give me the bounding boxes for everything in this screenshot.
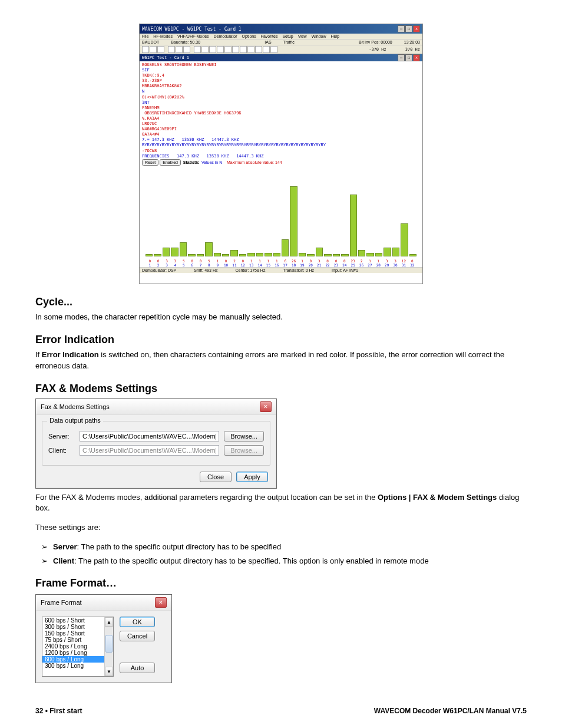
chart-bar: [307, 254, 314, 256]
menu-hf[interactable]: HF-Modes: [153, 34, 173, 38]
close-icon[interactable]: ✕: [260, 401, 272, 412]
heading-error: Error Indication: [35, 334, 527, 346]
fax-paragraph-2: These settings are:: [35, 522, 527, 533]
error-paragraph: If Error Indication is switched on, then…: [35, 350, 527, 372]
info-mode: BAUDOT: [142, 40, 159, 44]
menu-fav[interactable]: Favorites: [261, 34, 278, 38]
scroll-up-icon[interactable]: ▲: [105, 617, 113, 627]
toolbar-button[interactable]: [201, 46, 209, 53]
doc-min[interactable]: –: [398, 54, 405, 61]
terminal-output: BOGSELSS SROSTI0ONEW BOSEYHNEISIFTKDK(:9…: [140, 61, 422, 158]
page-number: 32 • First start: [35, 707, 82, 715]
toolbar-button[interactable]: [209, 46, 216, 53]
list-item[interactable]: 300 bps / Short: [42, 624, 113, 630]
chart-bar: [358, 250, 365, 256]
doc-max[interactable]: ☐: [405, 54, 412, 61]
toolbar-button[interactable]: [240, 46, 247, 53]
close-button[interactable]: ×: [413, 25, 420, 32]
reset-button[interactable]: Reset: [142, 159, 158, 166]
list-item[interactable]: 75 bps / Short: [42, 637, 113, 643]
menu-file[interactable]: File: [142, 34, 148, 38]
list-item[interactable]: 150 bps / Short: [42, 630, 113, 637]
chart-bar: [222, 254, 229, 256]
toolbar-button[interactable]: [176, 46, 183, 53]
server-label: Server:: [48, 433, 75, 440]
enabled-button[interactable]: Enabled: [160, 159, 181, 166]
chart-bar: [384, 248, 391, 257]
chart-bar: [154, 254, 161, 256]
toolbar-button[interactable]: [142, 46, 149, 53]
maximize-button[interactable]: ☐: [405, 25, 412, 32]
menu-window[interactable]: Window: [312, 34, 326, 38]
doc-titlebar: W61PC Test - Card 1 – ☐ ×: [140, 54, 422, 61]
menu-help[interactable]: Help: [330, 34, 339, 38]
frame-format-dialog: Frame Format ✕ 600 bps / Short300 bps / …: [35, 594, 172, 683]
close-button[interactable]: Close: [200, 472, 232, 482]
close-icon[interactable]: ✕: [155, 597, 167, 608]
toolbar-button[interactable]: [263, 46, 270, 53]
list-item[interactable]: 600 bps / Long: [42, 656, 113, 663]
dialog-title: Fax & Modems Settings: [41, 403, 110, 410]
info-ias: IAS: [265, 40, 271, 44]
scroll-down-icon[interactable]: ▼: [105, 667, 113, 676]
server-browse-button[interactable]: Browse...: [224, 431, 264, 442]
chart-bar: [299, 253, 306, 257]
info-sync: Bit Inv Pos: 00000: [359, 40, 392, 44]
menubar[interactable]: File HF-Modes VHF/UHF-Modes Demodulator …: [140, 34, 422, 39]
toolbar-button[interactable]: [255, 46, 262, 53]
fax-paragraph-1: For the FAX & Modems modes, additional p…: [35, 492, 527, 515]
doc-close[interactable]: ×: [413, 54, 420, 61]
list-item[interactable]: 600 bps / Short: [42, 617, 113, 624]
toolbar-button[interactable]: [194, 46, 201, 53]
chart-bar: [163, 248, 170, 257]
list-item: Server: The path to the specific output …: [53, 542, 527, 552]
chart-bar: [197, 254, 204, 256]
toolbar-button[interactable]: [224, 46, 232, 53]
toolbar-button[interactable]: [157, 46, 164, 53]
chart-bar: [265, 253, 272, 257]
info-time: 13:28:03: [404, 40, 420, 44]
toolbar[interactable]: -370 Hz 370 Hz: [140, 45, 422, 54]
chart-bar: [366, 253, 373, 257]
app-window: WAVECOM W61PC - W61PC Test - Card 1 – ☐ …: [139, 24, 423, 284]
menu-vhf[interactable]: VHF/UHF-Modes: [177, 34, 209, 38]
client-browse-button: Browse...: [224, 445, 264, 456]
menu-view[interactable]: View: [298, 34, 307, 38]
chart-bar: [188, 254, 195, 256]
apply-button[interactable]: Apply: [236, 472, 268, 482]
fax-dialog: Fax & Modems Settings ✕ Data output path…: [35, 398, 277, 489]
chart-bar: [239, 254, 246, 256]
menu-setup[interactable]: Setup: [282, 34, 293, 38]
heading-cycle: Cycle...: [35, 296, 527, 308]
scrollbar[interactable]: ▲ ▼: [104, 617, 113, 676]
group-label: Data output paths: [47, 417, 103, 424]
cancel-button[interactable]: Cancel: [120, 631, 155, 641]
frame-format-listbox[interactable]: 600 bps / Short300 bps / Short150 bps / …: [42, 617, 114, 677]
window-title: WAVECOM W61PC - W61PC Test - Card 1: [142, 27, 242, 32]
toolbar-button[interactable]: [217, 46, 224, 53]
heading-frame: Frame Format…: [35, 577, 527, 589]
toolbar-button[interactable]: [247, 46, 254, 53]
minimize-button[interactable]: –: [398, 25, 405, 32]
ok-button[interactable]: OK: [120, 617, 155, 627]
toolbar-button[interactable]: [183, 46, 190, 53]
toolbar-button[interactable]: [270, 46, 277, 53]
toolbar-button[interactable]: [168, 46, 175, 53]
chart-valn: Values in N: [201, 160, 222, 164]
list-item[interactable]: 2400 bps / Long: [42, 643, 113, 650]
menu-options[interactable]: Options: [242, 34, 256, 38]
cycle-paragraph: In some modes, the character repetition …: [35, 312, 527, 323]
list-item[interactable]: 1200 bps / Long: [42, 650, 113, 656]
scroll-thumb[interactable]: [105, 635, 113, 653]
auto-button[interactable]: Auto: [120, 663, 155, 673]
toolbar-button[interactable]: [232, 46, 239, 53]
chart-area: 0102333455060758190102110121131141151166…: [140, 167, 422, 267]
chart-bar: [350, 195, 357, 257]
toolbar-button[interactable]: [150, 46, 157, 53]
window-titlebar: WAVECOM W61PC - W61PC Test - Card 1 – ☐ …: [140, 24, 422, 34]
server-path-input[interactable]: [80, 431, 219, 442]
menu-demod[interactable]: Demodulator: [214, 34, 237, 38]
chart-stat-label: Statistic: [183, 160, 199, 164]
status-bar: Demodulator: DSP Shift: 493 Hz Center: 1…: [140, 267, 422, 273]
list-item[interactable]: 300 bps / Long: [42, 663, 113, 669]
